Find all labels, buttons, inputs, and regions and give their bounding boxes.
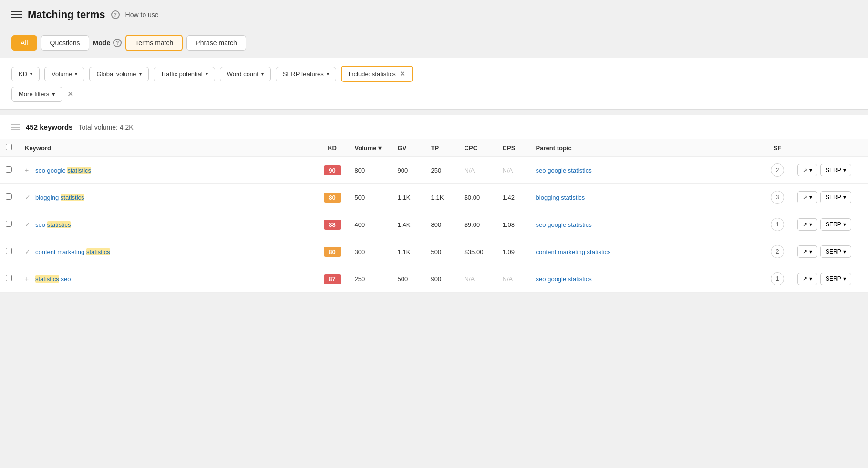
keyword-link[interactable]: blogging statistics xyxy=(35,194,84,201)
tabs-row: All Questions Mode ? Terms match Phrase … xyxy=(0,28,868,58)
more-filters-button[interactable]: More filters ▾ xyxy=(11,87,62,102)
keyword-link[interactable]: seo statistics xyxy=(35,221,71,228)
filters-row2: More filters ▾ ✕ xyxy=(11,87,857,102)
col-gv: GV xyxy=(392,139,425,157)
terms-match-button[interactable]: Terms match xyxy=(125,35,183,51)
keyword-cell: ✓content marketing statistics xyxy=(19,238,316,265)
sf-badge: 3 xyxy=(771,191,784,204)
table-row: +seo google statistics90800900250N/AN/As… xyxy=(0,157,868,184)
row-checkbox[interactable] xyxy=(6,248,12,254)
keyword-highlight: statistics xyxy=(35,275,59,283)
table-header-row: 452 keywords Total volume: 4.2K xyxy=(0,115,868,139)
row-checkbox[interactable] xyxy=(6,275,12,281)
tab-all[interactable]: All xyxy=(11,35,37,51)
table-row: ✓content marketing statistics803001.1K50… xyxy=(0,238,868,265)
serp-button[interactable]: SERP ▾ xyxy=(820,273,851,285)
col-select-all[interactable] xyxy=(0,139,19,157)
parent-topic-link[interactable]: content marketing statistics xyxy=(536,248,611,255)
global-volume-chevron-icon: ▾ xyxy=(139,71,142,77)
table-row: +statistics seo87250500900N/AN/Aseo goog… xyxy=(0,265,868,293)
serp-button[interactable]: SERP ▾ xyxy=(820,164,851,176)
tab-questions[interactable]: Questions xyxy=(41,35,89,51)
gv-cell: 1.1K xyxy=(392,238,425,265)
word-count-filter[interactable]: Word count ▾ xyxy=(220,67,271,81)
tp-cell: 900 xyxy=(425,265,459,293)
mode-help-icon[interactable]: ? xyxy=(113,39,122,47)
keyword-link[interactable]: statistics seo xyxy=(35,275,71,283)
cps-cell: 1.08 xyxy=(497,211,530,238)
include-filter[interactable]: Include: statistics ✕ xyxy=(341,66,413,82)
cpc-cell: N/A xyxy=(459,157,497,184)
trend-button[interactable]: ↗ ▾ xyxy=(797,273,817,285)
how-to-use-link[interactable]: How to use xyxy=(125,11,159,19)
help-icon[interactable]: ? xyxy=(111,10,120,19)
kd-cell: 80 xyxy=(316,238,349,265)
kd-cell: 80 xyxy=(316,184,349,211)
phrase-match-button[interactable]: Phrase match xyxy=(186,35,246,51)
cpc-cell: $0.00 xyxy=(459,184,497,211)
parent-topic-link[interactable]: seo google statistics xyxy=(536,167,592,174)
total-volume: Total volume: 4.2K xyxy=(78,123,133,131)
cpc-cell: $9.00 xyxy=(459,211,497,238)
trend-button[interactable]: ↗ ▾ xyxy=(797,164,817,176)
trend-button[interactable]: ↗ ▾ xyxy=(797,218,817,231)
parent-topic-link[interactable]: seo google statistics xyxy=(536,275,592,283)
tp-cell: 500 xyxy=(425,238,459,265)
check-icon[interactable]: ✓ xyxy=(25,248,31,255)
include-filter-clear[interactable]: ✕ xyxy=(400,70,405,78)
col-volume[interactable]: Volume ▾ xyxy=(349,139,392,157)
keyword-cell: +statistics seo xyxy=(19,265,316,293)
trend-button[interactable]: ↗ ▾ xyxy=(797,245,817,258)
add-icon[interactable]: + xyxy=(25,166,31,174)
trend-icon: ↗ xyxy=(803,275,807,282)
volume-filter[interactable]: Volume ▾ xyxy=(44,67,84,81)
keyword-link[interactable]: content marketing statistics xyxy=(35,248,110,255)
serp-chevron-icon: ▾ xyxy=(843,248,846,255)
row-checkbox[interactable] xyxy=(6,166,12,173)
keyword-highlight: statistics xyxy=(61,194,84,201)
global-volume-filter[interactable]: Global volume ▾ xyxy=(89,67,148,81)
actions-cell: ↗ ▾ SERP ▾ xyxy=(792,238,868,265)
traffic-potential-filter[interactable]: Traffic potential ▾ xyxy=(154,67,215,81)
parent-topic-cell: seo google statistics xyxy=(530,157,763,184)
clear-filters-button[interactable]: ✕ xyxy=(67,90,73,99)
parent-topic-cell: content marketing statistics xyxy=(530,238,763,265)
hamburger-icon[interactable] xyxy=(11,11,22,18)
col-keyword: Keyword xyxy=(19,139,316,157)
drag-icon xyxy=(11,124,20,130)
trend-button[interactable]: ↗ ▾ xyxy=(797,191,817,203)
parent-topic-link[interactable]: blogging statistics xyxy=(536,194,585,201)
col-parent-topic: Parent topic xyxy=(530,139,763,157)
check-icon[interactable]: ✓ xyxy=(25,193,31,201)
serp-features-filter[interactable]: SERP features ▾ xyxy=(276,67,336,81)
tp-cell: 1.1K xyxy=(425,184,459,211)
sf-cell: 1 xyxy=(763,211,792,238)
kd-cell: 87 xyxy=(316,265,349,293)
volume-cell: 500 xyxy=(349,184,392,211)
keyword-highlight: statistics xyxy=(86,248,110,255)
keywords-table: Keyword KD Volume ▾ GV TP CPC xyxy=(0,139,868,293)
cps-cell: 1.09 xyxy=(497,238,530,265)
serp-button[interactable]: SERP ▾ xyxy=(820,191,851,203)
keyword-cell: ✓seo statistics xyxy=(19,211,316,238)
serp-label: SERP xyxy=(826,275,841,282)
serp-label: SERP xyxy=(826,221,841,228)
row-checkbox[interactable] xyxy=(6,221,12,227)
serp-button[interactable]: SERP ▾ xyxy=(820,218,851,231)
kd-filter[interactable]: KD ▾ xyxy=(11,67,40,81)
serp-button[interactable]: SERP ▾ xyxy=(820,245,851,258)
keyword-highlight: statistics xyxy=(67,167,91,174)
kd-badge: 80 xyxy=(324,247,341,257)
actions-cell: ↗ ▾ SERP ▾ xyxy=(792,211,868,238)
kd-cell: 90 xyxy=(316,157,349,184)
add-icon[interactable]: + xyxy=(25,275,31,283)
keyword-link[interactable]: seo google statistics xyxy=(35,167,91,174)
parent-topic-link[interactable]: seo google statistics xyxy=(536,221,592,228)
sf-cell: 2 xyxy=(763,157,792,184)
row-checkbox[interactable] xyxy=(6,193,12,200)
keyword-highlight: statistics xyxy=(47,221,71,228)
select-all-checkbox[interactable] xyxy=(6,144,12,150)
col-tp: TP xyxy=(425,139,459,157)
check-icon[interactable]: ✓ xyxy=(25,221,31,228)
gv-cell: 1.4K xyxy=(392,211,425,238)
